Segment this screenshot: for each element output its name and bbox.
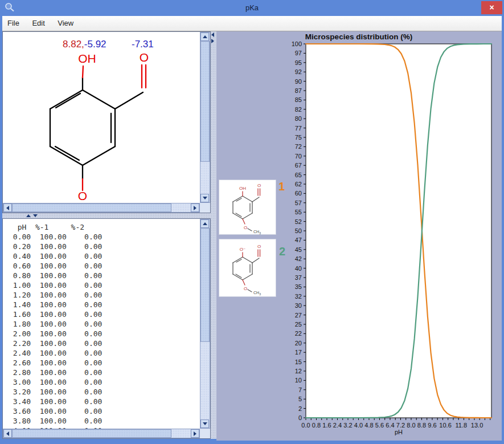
table-row: 2.40 100.00 0.00 (9, 348, 200, 358)
y-tick-label: 7 (298, 386, 302, 393)
x-tick-label: 3.2 (343, 422, 352, 429)
table-row: 0.40 100.00 0.00 (9, 251, 200, 261)
y-tick-label: 2 (298, 405, 302, 412)
scroll-left-button[interactable] (3, 429, 12, 438)
thumb2-methyl: CH3 (253, 291, 261, 296)
microspecies-table: pH %-1 %-2 0.00 100.00 0.00 0.20 100.00 … (3, 219, 200, 429)
atom-label-oh: OH (78, 52, 96, 65)
scroll-down-button[interactable] (200, 194, 209, 202)
y-tick-label: 67 (295, 162, 302, 169)
thumb2-atom-aldehyde: O (257, 244, 261, 249)
table-header-row: pH %-1 %-2 (9, 222, 200, 232)
y-tick-label: 25 (295, 321, 302, 328)
title-bar[interactable]: pKa × (0, 0, 504, 16)
mol-viewer-vscrollbar[interactable] (200, 32, 210, 203)
y-tick-label: 72 (295, 143, 302, 150)
y-tick-label: 10 (295, 377, 302, 384)
y-tick-label: 0 (298, 414, 302, 421)
scroll-up-button[interactable] (200, 219, 209, 228)
expand-down-icon[interactable] (33, 214, 38, 217)
thumb-1-label: 1 (278, 180, 285, 193)
table-row: 3.00 100.00 0.00 (9, 377, 200, 387)
table-row: 2.60 100.00 0.00 (9, 358, 200, 368)
y-tick-label: 5 (298, 396, 302, 402)
table-row: 1.80 100.00 0.00 (9, 319, 200, 329)
x-tick-label: 11.8 (456, 422, 468, 429)
mol-viewer-hscrollbar[interactable] (3, 203, 200, 213)
x-tick-label: 8.8 (417, 422, 426, 429)
y-tick-label: 90 (295, 78, 302, 85)
scroll-right-button[interactable] (191, 429, 199, 438)
scroll-up-button[interactable] (200, 32, 209, 41)
x-tick-label: 2.4 (333, 422, 342, 429)
pka-value-hydroxyl: 8.82,-5.92 (63, 39, 106, 50)
y-tick-label: 32 (295, 293, 302, 300)
table-row: 2.20 100.00 0.00 (9, 339, 200, 348)
horizontal-split-divider[interactable] (2, 213, 211, 218)
y-tick-label: 30 (295, 302, 302, 309)
hetero-bonds (83, 65, 146, 190)
table-row: 3.60 100.00 0.00 (9, 406, 200, 416)
scroll-thumb[interactable] (200, 228, 210, 342)
x-tick-label: 6.4 (386, 422, 394, 429)
plot-area (306, 44, 491, 418)
table-row: 2.00 100.00 0.00 (9, 329, 200, 339)
table-row: 0.80 100.00 0.00 (9, 271, 200, 280)
scroll-down-button[interactable] (200, 419, 209, 428)
close-button[interactable]: × (481, 1, 502, 14)
microspecies-2-structure: O⁻ O O CH3 (219, 239, 276, 296)
scroll-thumb[interactable] (200, 41, 210, 162)
microspecies-thumbnail-1: OH O O CH3 (219, 180, 276, 235)
y-tick-label: 77 (295, 125, 302, 132)
y-tick-label: 55 (295, 209, 302, 215)
y-tick-label: 82 (295, 106, 302, 113)
scroll-left-button[interactable] (3, 203, 12, 212)
table-row: 0.20 100.00 0.00 (9, 242, 200, 251)
scroll-thumb[interactable] (12, 203, 171, 212)
y-tick-label: 37 (295, 274, 302, 281)
microspecies-distribution-chart: 1009795929087858280777572706765626057555… (216, 31, 502, 441)
window-title: pKa (0, 3, 504, 12)
y-tick-label: 45 (295, 246, 302, 253)
x-tick-label: 0.8 (312, 422, 321, 429)
x-tick-label: 1.6 (322, 422, 331, 429)
menu-file[interactable]: File (2, 16, 24, 27)
y-tick-label: 62 (295, 181, 302, 188)
pka-value-aldehyde: -7.31 (132, 39, 154, 50)
y-tick-label: 35 (295, 283, 302, 290)
y-tick-label: 52 (295, 218, 302, 225)
y-tick-label: 97 (295, 50, 302, 56)
microspecies-table-panel: pH %-1 %-2 0.00 100.00 0.00 0.20 100.00 … (2, 218, 211, 439)
expand-up-icon[interactable] (26, 214, 31, 217)
table-row: 0.60 100.00 0.00 (9, 261, 200, 271)
table-row: 1.20 100.00 0.00 (9, 290, 200, 300)
expand-left-icon[interactable] (211, 32, 214, 37)
x-tick-label: 8.0 (407, 422, 415, 429)
menu-edit[interactable]: Edit (27, 16, 50, 27)
y-tick-label: 85 (295, 96, 302, 103)
thumb1-methyl: CH3 (253, 230, 261, 234)
scroll-thumb[interactable] (12, 429, 171, 438)
y-tick-label: 75 (295, 134, 302, 141)
scroll-right-button[interactable] (191, 203, 199, 212)
y-tick-label: 100 (292, 40, 302, 47)
thumb-2-label: 2 (279, 245, 285, 258)
vertical-split-divider[interactable] (211, 31, 216, 439)
menu-view[interactable]: View (52, 16, 79, 27)
table-row: 0.00 100.00 0.00 (9, 232, 200, 242)
table-hscrollbar[interactable] (3, 429, 200, 438)
thumb2-atom-methoxy: O (244, 286, 247, 291)
thumb2-atom-top: O⁻ (240, 247, 245, 252)
table-row: 3.80 100.00 0.00 (9, 416, 200, 426)
microspecies-thumbnail-2: O⁻ O O CH3 (219, 239, 276, 297)
y-tick-label: 15 (295, 359, 302, 365)
x-tick-label: 9.6 (428, 422, 436, 429)
table-row: 1.40 100.00 0.00 (9, 300, 200, 309)
expand-right-icon[interactable] (211, 39, 214, 43)
y-tick-label: 65 (295, 172, 302, 178)
molecule-viewer-panel: OH O O 8.82,-5.92 -7.31 (2, 31, 211, 213)
y-tick-label: 60 (295, 190, 302, 197)
y-tick-label: 95 (295, 59, 302, 66)
pka-window: pKa × File Edit View (0, 0, 504, 444)
table-vscrollbar[interactable] (200, 219, 210, 429)
